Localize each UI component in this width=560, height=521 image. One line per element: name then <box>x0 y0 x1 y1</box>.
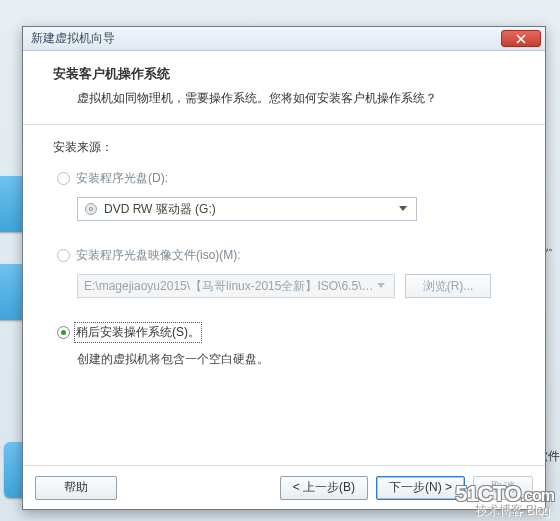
radio-label: 安装程序光盘(D): <box>76 170 168 187</box>
browse-button: 浏览(R)... <box>405 274 491 298</box>
option-installer-disc: 安装程序光盘(D): DVD RW 驱动器 (G:) <box>53 170 515 221</box>
close-icon <box>516 34 526 44</box>
wizard-dialog: 新建虚拟机向导 安装客户机操作系统 虚拟机如同物理机，需要操作系统。您将如何安装… <box>22 26 546 510</box>
svg-point-1 <box>90 208 93 211</box>
titlebar: 新建虚拟机向导 <box>23 27 545 51</box>
close-button[interactable] <box>501 30 541 47</box>
help-button[interactable]: 帮助 <box>35 476 117 500</box>
dropdown-value: DVD RW 驱动器 (G:) <box>104 201 396 218</box>
disc-icon <box>84 202 98 216</box>
option-description: 创建的虚拟机将包含一个空白硬盘。 <box>77 351 515 368</box>
disc-drive-dropdown[interactable]: DVD RW 驱动器 (G:) <box>77 197 417 221</box>
watermark-sub: 技术博客 Blog <box>475 502 550 519</box>
dropdown-value: E:\magejiaoyu2015\【马哥linux-2015全新】ISO\6.… <box>84 278 374 295</box>
radio-icon <box>57 249 70 262</box>
radio-icon <box>57 326 70 339</box>
radio-iso-file[interactable]: 安装程序光盘映像文件(iso)(M): <box>53 247 515 264</box>
install-source-label: 安装来源： <box>53 139 515 156</box>
back-button[interactable]: < 上一步(B) <box>280 476 368 500</box>
radio-label: 稍后安装操作系统(S)。 <box>76 324 200 341</box>
header-description: 虚拟机如同物理机，需要操作系统。您将如何安装客户机操作系统？ <box>53 89 515 108</box>
radio-label: 安装程序光盘映像文件(iso)(M): <box>76 247 241 264</box>
radio-icon <box>57 172 70 185</box>
chevron-down-icon <box>396 206 410 212</box>
option-iso-file: 安装程序光盘映像文件(iso)(M): E:\magejiaoyu2015\【马… <box>53 247 515 298</box>
radio-install-later[interactable]: 稍后安装操作系统(S)。 <box>53 324 515 341</box>
option-install-later: 稍后安装操作系统(S)。 创建的虚拟机将包含一个空白硬盘。 <box>53 324 515 368</box>
window-title: 新建虚拟机向导 <box>27 30 501 47</box>
radio-installer-disc[interactable]: 安装程序光盘(D): <box>53 170 515 187</box>
iso-path-dropdown: E:\magejiaoyu2015\【马哥linux-2015全新】ISO\6.… <box>77 274 395 298</box>
header-title: 安装客户机操作系统 <box>53 65 515 83</box>
content-area: 安装来源： 安装程序光盘(D): DVD RW 驱动器 (G:) 安装程序光盘映… <box>23 125 545 465</box>
next-button[interactable]: 下一步(N) > <box>376 476 465 500</box>
chevron-down-icon <box>374 283 388 289</box>
header-section: 安装客户机操作系统 虚拟机如同物理机，需要操作系统。您将如何安装客户机操作系统？ <box>23 51 545 125</box>
